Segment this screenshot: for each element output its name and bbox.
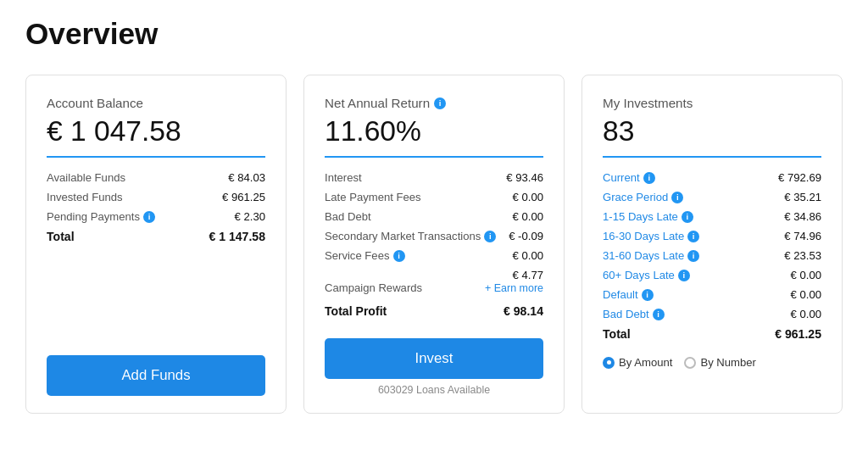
radio-by-amount[interactable]: By Amount [603,356,672,369]
interest-label: Interest [325,171,362,184]
campaign-label: Campaign Rewards [325,281,422,294]
pending-payments-label: Pending Payments i [47,210,155,223]
returns-label-text: Net Annual Return [325,96,430,110]
inv-row-total: Total € 961.25 [603,327,821,341]
investments-value: 83 [603,115,821,148]
inv-row-1-15: 1-15 Days Late i € 34.86 [603,210,821,223]
grace-info-icon[interactable]: i [671,192,683,203]
service-fees-label: Service Fees i [325,249,405,262]
returns-row-campaign: Campaign Rewards € 4.77 + Earn more [325,269,543,294]
balance-row-invested: Invested Funds € 961.25 [47,191,265,203]
balance-value: € 1 047.58 [47,115,265,148]
net-annual-return-card: Net Annual Return i 11.60% Interest € 93… [303,75,565,414]
returns-label: Net Annual Return i [325,96,543,110]
invested-funds-label: Invested Funds [47,191,123,203]
add-funds-button[interactable]: Add Funds [47,355,265,396]
days-31-60-amount: € 23.53 [784,249,821,262]
pending-info-icon[interactable]: i [143,211,155,223]
current-amount: € 792.69 [778,171,821,184]
returns-row-late-fees: Late Payment Fees € 0.00 [325,191,543,203]
inv-row-default: Default i € 0.00 [603,288,821,301]
page-title: Overview [25,17,843,51]
inv-row-bad-debt: Bad Debt i € 0.00 [603,308,821,320]
radio-by-amount-dot [603,357,615,369]
returns-row-secondary: Secondary Market Transactions i € -0.09 [325,230,543,242]
service-fees-amount: € 0.00 [513,249,543,262]
inv-row-grace: Grace Period i € 35.21 [603,191,821,203]
balance-divider [47,156,265,158]
account-balance-card: Account Balance € 1 047.58 Available Fun… [25,75,287,414]
pending-payments-amount: € 2.30 [235,210,265,223]
available-funds-amount: € 84.03 [228,171,265,184]
inv-total-amount: € 961.25 [775,327,821,341]
current-info-icon[interactable]: i [643,172,655,184]
my-investments-card: My Investments 83 Current i € 792.69 Gra… [581,75,843,414]
secondary-amount: € -0.09 [509,230,543,242]
inv-row-16-30: 16-30 Days Late i € 74.96 [603,230,821,242]
cards-container: Account Balance € 1 047.58 Available Fun… [25,75,843,414]
days-16-30-amount: € 74.96 [784,230,821,242]
secondary-info-icon[interactable]: i [484,231,496,242]
returns-row-interest: Interest € 93.46 [325,171,543,184]
inv-row-current: Current i € 792.69 [603,171,821,184]
investments-divider [603,156,821,158]
late-fees-label: Late Payment Fees [325,191,421,203]
days-31-60-label[interactable]: 31-60 Days Late i [603,249,699,262]
balance-total-label: Total [47,230,75,243]
default-label[interactable]: Default i [603,288,654,301]
days-1-15-info-icon[interactable]: i [682,211,693,223]
service-fees-info-icon[interactable]: i [393,250,405,262]
inv-bad-debt-info-icon[interactable]: i [653,309,665,320]
balance-label: Account Balance [47,96,265,110]
radio-by-number-label: By Number [700,356,756,369]
total-profit-label: Total Profit [325,304,387,318]
bad-debt-amount: € 0.00 [513,210,543,223]
radio-by-number[interactable]: By Number [684,356,756,369]
investments-label: My Investments [603,96,821,110]
returns-value: 11.60% [325,115,543,148]
balance-row-total: Total € 1 147.58 [47,230,265,243]
bad-debt-label: Bad Debt [325,210,371,223]
grace-amount: € 35.21 [784,191,821,203]
earn-more-link[interactable]: + Earn more [485,282,543,294]
default-info-icon[interactable]: i [642,289,654,301]
days-16-30-label[interactable]: 16-30 Days Late i [603,230,699,242]
days-16-30-info-icon[interactable]: i [687,231,699,242]
secondary-label: Secondary Market Transactions i [325,230,496,242]
days-60plus-amount: € 0.00 [791,269,821,281]
returns-divider [325,156,543,158]
invested-funds-amount: € 961.25 [222,191,265,203]
radio-group: By Amount By Number [603,356,821,369]
radio-by-amount-label: By Amount [619,356,672,369]
inv-row-60plus: 60+ Days Late i € 0.00 [603,269,821,281]
campaign-amount: € 4.77 [485,269,543,281]
current-label[interactable]: Current i [603,171,655,184]
total-profit-amount: € 98.14 [504,304,543,318]
days-60plus-label[interactable]: 60+ Days Late i [603,269,690,281]
balance-row-available: Available Funds € 84.03 [47,171,265,184]
returns-info-icon[interactable]: i [434,97,446,109]
inv-bad-debt-amount: € 0.00 [791,308,821,320]
default-amount: € 0.00 [791,288,821,301]
interest-amount: € 93.46 [506,171,543,184]
balance-total-amount: € 1 147.58 [209,230,265,243]
available-funds-label: Available Funds [47,171,125,184]
inv-bad-debt-label[interactable]: Bad Debt i [603,308,665,320]
invest-button[interactable]: Invest [325,338,543,379]
inv-row-31-60: 31-60 Days Late i € 23.53 [603,249,821,262]
returns-row-total: Total Profit € 98.14 [325,304,543,318]
days-1-15-amount: € 34.86 [784,210,821,223]
late-fees-amount: € 0.00 [513,191,543,203]
days-31-60-info-icon[interactable]: i [687,250,699,262]
returns-row-service-fees: Service Fees i € 0.00 [325,249,543,262]
loans-available-note: 603029 Loans Available [325,384,543,396]
balance-row-pending: Pending Payments i € 2.30 [47,210,265,223]
days-1-15-label[interactable]: 1-15 Days Late i [603,210,693,223]
days-60plus-info-icon[interactable]: i [678,270,690,281]
inv-total-label: Total [603,327,631,341]
radio-by-number-dot [684,357,696,369]
grace-label[interactable]: Grace Period i [603,191,683,203]
returns-row-bad-debt: Bad Debt € 0.00 [325,210,543,223]
